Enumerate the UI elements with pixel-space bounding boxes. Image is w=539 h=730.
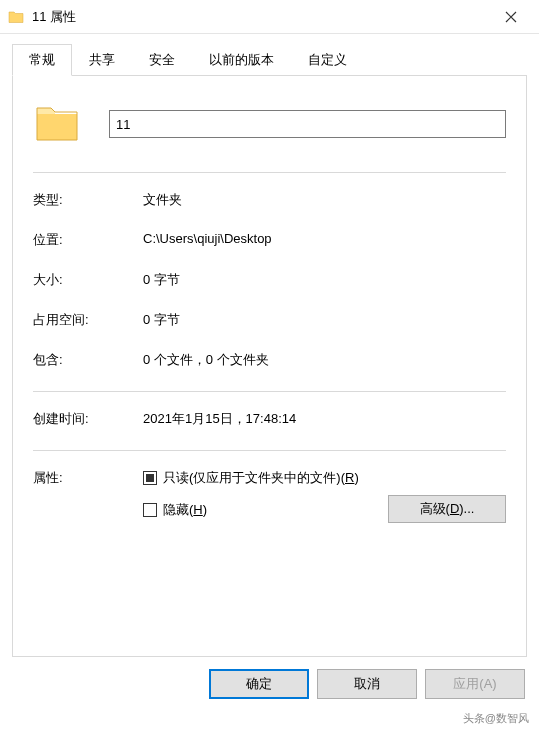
label-attributes: 属性: (33, 469, 143, 523)
tab-custom[interactable]: 自定义 (291, 44, 364, 75)
apply-button[interactable]: 应用(A) (425, 669, 525, 699)
dialog-body: 常规 共享 安全 以前的版本 自定义 类型: 文件夹 位置: C:\Users\… (0, 34, 539, 657)
tab-sharing[interactable]: 共享 (72, 44, 132, 75)
value-type: 文件夹 (143, 191, 506, 209)
attributes-controls: 只读(仅应用于文件夹中的文件)(R) 隐藏(H) 高级(D)... (143, 469, 506, 523)
row-created: 创建时间: 2021年1月15日，17:48:14 (33, 410, 506, 428)
readonly-row: 只读(仅应用于文件夹中的文件)(R) (143, 469, 506, 487)
readonly-checkbox[interactable] (143, 471, 157, 485)
row-size: 大小: 0 字节 (33, 271, 506, 289)
close-icon (505, 11, 517, 23)
value-contains: 0 个文件，0 个文件夹 (143, 351, 506, 369)
tab-security[interactable]: 安全 (132, 44, 192, 75)
value-created: 2021年1月15日，17:48:14 (143, 410, 506, 428)
label-created: 创建时间: (33, 410, 143, 428)
window-title: 11 属性 (32, 8, 491, 26)
ok-button[interactable]: 确定 (209, 669, 309, 699)
value-size-on-disk: 0 字节 (143, 311, 506, 329)
tab-content-general: 类型: 文件夹 位置: C:\Users\qiuji\Desktop 大小: 0… (12, 75, 527, 657)
readonly-label[interactable]: 只读(仅应用于文件夹中的文件)(R) (163, 469, 359, 487)
label-type: 类型: (33, 191, 143, 209)
tab-general[interactable]: 常规 (12, 44, 72, 76)
value-size: 0 字节 (143, 271, 506, 289)
folder-icon-large (33, 100, 81, 148)
row-contains: 包含: 0 个文件，0 个文件夹 (33, 351, 506, 369)
label-size-on-disk: 占用空间: (33, 311, 143, 329)
value-location: C:\Users\qiuji\Desktop (143, 231, 506, 249)
hidden-checkbox[interactable] (143, 503, 157, 517)
row-location: 位置: C:\Users\qiuji\Desktop (33, 231, 506, 249)
folder-icon (8, 9, 24, 25)
tab-strip: 常规 共享 安全 以前的版本 自定义 (12, 44, 527, 75)
label-contains: 包含: (33, 351, 143, 369)
hidden-label[interactable]: 隐藏(H) (163, 501, 207, 519)
attributes-section: 属性: 只读(仅应用于文件夹中的文件)(R) 隐藏(H) 高级(D)... (33, 469, 506, 523)
separator (33, 172, 506, 173)
row-type: 类型: 文件夹 (33, 191, 506, 209)
row-size-on-disk: 占用空间: 0 字节 (33, 311, 506, 329)
separator (33, 450, 506, 451)
cancel-button[interactable]: 取消 (317, 669, 417, 699)
folder-name-input[interactable] (109, 110, 506, 138)
header-row (33, 100, 506, 148)
label-size: 大小: (33, 271, 143, 289)
close-button[interactable] (491, 0, 531, 33)
label-location: 位置: (33, 231, 143, 249)
titlebar: 11 属性 (0, 0, 539, 34)
advanced-button[interactable]: 高级(D)... (388, 495, 506, 523)
separator (33, 391, 506, 392)
tab-previous-versions[interactable]: 以前的版本 (192, 44, 291, 75)
watermark: 头条@数智风 (463, 711, 529, 726)
dialog-button-row: 确定 取消 应用(A) (0, 657, 539, 711)
